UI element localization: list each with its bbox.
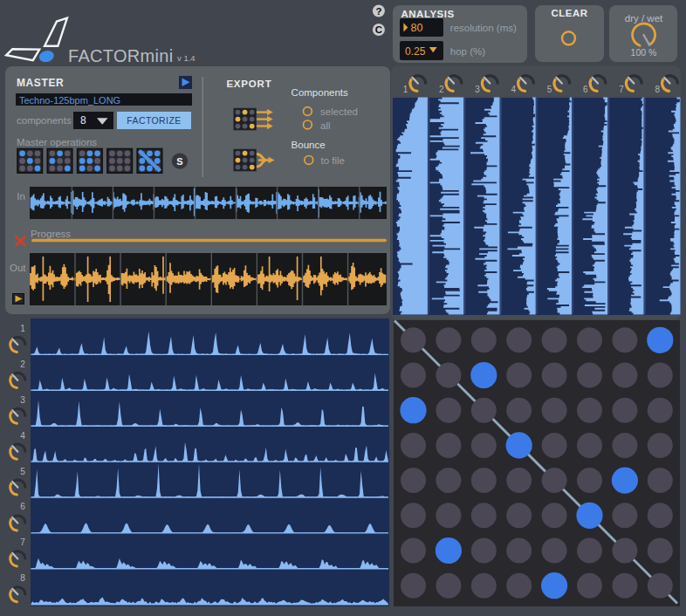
svg-text:C: C (375, 24, 382, 35)
svg-text:4: 4 (511, 85, 516, 94)
svg-text:6: 6 (20, 502, 25, 511)
svg-text:6: 6 (583, 85, 588, 94)
svg-text:1: 1 (20, 324, 25, 333)
svg-text:3: 3 (20, 395, 25, 405)
svg-text:2: 2 (20, 359, 25, 369)
svg-text:5: 5 (547, 85, 552, 94)
svg-text:7: 7 (20, 537, 25, 547)
svg-text:S: S (176, 156, 182, 167)
svg-text:2: 2 (439, 85, 444, 94)
svg-text:8: 8 (20, 573, 25, 583)
svg-text:5: 5 (20, 467, 25, 476)
svg-text:?: ? (375, 6, 381, 17)
svg-text:7: 7 (619, 85, 624, 94)
svg-text:1: 1 (403, 85, 408, 94)
svg-text:4: 4 (20, 431, 25, 441)
svg-text:8: 8 (655, 85, 660, 94)
svg-text:3: 3 (475, 85, 480, 94)
